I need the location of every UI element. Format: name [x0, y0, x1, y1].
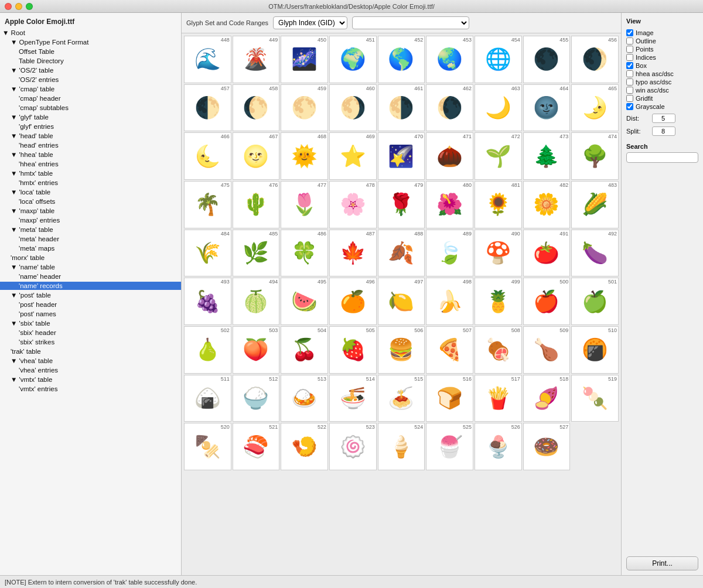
glyph-cell[interactable]: 516🍞 [426, 375, 473, 422]
glyph-cell[interactable]: 476🌵 [233, 181, 280, 228]
range-dropdown[interactable] [352, 16, 469, 29]
sidebar-item-metaheader[interactable]: 'meta' header [0, 234, 181, 244]
glyph-cell[interactable]: 469⭐ [329, 132, 377, 180]
sidebar-item-locaoffsets[interactable]: 'loca' offsets [0, 197, 181, 206]
glyph-cell[interactable]: 520🍢 [184, 423, 231, 470]
close-button[interactable] [5, 3, 12, 10]
checkbox-indices[interactable] [626, 54, 633, 61]
dist-input[interactable] [652, 114, 675, 123]
sidebar-item-tabledirectory[interactable]: Table Directory [0, 56, 181, 66]
glyph-cell[interactable]: 456🌒 [571, 36, 619, 83]
glyph-cell[interactable]: 455🌑 [523, 36, 571, 83]
glyph-cell[interactable]: 483🌽 [571, 181, 619, 228]
sidebar-item-maxptable[interactable]: ▼ 'maxp' table [0, 206, 181, 216]
glyph-cell[interactable]: 505🍓 [329, 326, 377, 374]
checkbox-gridfit[interactable] [626, 95, 633, 102]
glyph-cell[interactable]: 525🍧 [426, 423, 473, 470]
sidebar-item-glyftable[interactable]: ▼ 'glyf' table [0, 112, 181, 122]
checkbox-image[interactable] [626, 29, 633, 36]
sidebar-item-vmtxtable[interactable]: ▼ 'vmtx' table [0, 375, 181, 384]
sidebar-item-hmtxtable[interactable]: ▼ 'hmtx' table [0, 169, 181, 178]
glyph-cell[interactable]: 451🌍 [329, 36, 377, 83]
glyph-cell[interactable]: 491🍅 [523, 230, 571, 277]
glyph-cell[interactable]: 512🍚 [233, 375, 280, 422]
glyph-cell[interactable]: 522🍤 [281, 423, 328, 470]
glyph-cell[interactable]: 479🌹 [378, 181, 425, 228]
sidebar-item-glyfentries[interactable]: 'glyf' entries [0, 122, 181, 131]
sidebar-item-hmtxentries[interactable]: 'hmtx' entries [0, 178, 181, 187]
glyph-cell[interactable]: 475🌴 [184, 181, 231, 228]
glyph-cell[interactable]: 448🌊 [184, 36, 231, 83]
glyph-cell[interactable]: 471🌰 [426, 132, 473, 180]
glyph-cell[interactable]: 494🍈 [233, 278, 280, 325]
glyph-cell[interactable]: 449🌋 [233, 36, 280, 83]
glyph-cell[interactable]: 527🍩 [523, 423, 571, 470]
sidebar-item-metamaps[interactable]: 'meta' maps [0, 244, 181, 253]
sidebar-item-vmtxentries[interactable]: 'vmtx' entries [0, 384, 181, 394]
glyph-cell[interactable]: 490🍄 [475, 230, 522, 277]
glyph-cell[interactable]: 526🍨 [475, 423, 522, 470]
glyph-cell[interactable]: 513🍛 [281, 375, 328, 422]
maximize-button[interactable] [26, 3, 33, 10]
sidebar-item-opentype[interactable]: ▼ OpenType Font Format [0, 37, 181, 47]
glyph-cell[interactable]: 495🍉 [281, 278, 328, 325]
glyph-cell[interactable]: 517🍟 [475, 375, 522, 422]
sidebar-item-sbixtable[interactable]: ▼ 'sbix' table [0, 319, 181, 328]
sidebar-item-vheatable[interactable]: ▼ 'vhea' table [0, 356, 181, 365]
glyph-cell[interactable]: 486🍀 [281, 230, 328, 277]
glyph-cell[interactable]: 502🍐 [184, 326, 231, 374]
glyph-cell[interactable]: 488🍂 [378, 230, 425, 277]
glyph-cell[interactable]: 508🍖 [475, 326, 522, 374]
glyph-cell[interactable]: 457🌓 [184, 84, 231, 132]
sidebar-item-vheaentries[interactable]: 'vhea' entries [0, 365, 181, 375]
glyph-cell[interactable]: 473🌲 [523, 132, 571, 180]
glyph-cell[interactable]: 482🌼 [523, 181, 571, 228]
checkbox-typo[interactable] [626, 78, 633, 86]
sidebar-item-os2table[interactable]: ▼ 'OS/2' table [0, 66, 181, 75]
sidebar-item-offset[interactable]: Offset Table [0, 47, 181, 56]
glyph-cell[interactable]: 452🌎 [378, 36, 425, 83]
glyph-cell[interactable]: 507🍕 [426, 326, 473, 374]
split-input[interactable] [652, 127, 675, 136]
glyph-cell[interactable]: 474🌳 [571, 132, 619, 180]
sidebar-item-headtable[interactable]: ▼ 'head' table [0, 131, 181, 141]
sidebar-item-nameheader[interactable]: 'name' header [0, 272, 181, 281]
checkbox-outline[interactable] [626, 37, 633, 45]
glyph-cell[interactable]: 458🌔 [233, 84, 280, 132]
glyph-cell[interactable]: 485🌿 [233, 230, 280, 277]
glyph-cell[interactable]: 470🌠 [378, 132, 425, 180]
sidebar-item-cmapheader[interactable]: 'cmap' header [0, 94, 181, 103]
glyph-cell[interactable]: 460🌖 [329, 84, 377, 132]
glyph-cell[interactable]: 487🍁 [329, 230, 377, 277]
checkbox-grayscale[interactable] [626, 103, 633, 110]
glyph-cell[interactable]: 464🌚 [523, 84, 571, 132]
glyph-cell[interactable]: 501🍏 [571, 278, 619, 325]
sidebar-item-locatable[interactable]: ▼ 'loca' table [0, 187, 181, 197]
glyph-cell[interactable]: 480🌺 [426, 181, 473, 228]
glyph-index-dropdown[interactable]: Glyph Index (GID) Unicode Adobe Glyph Li… [273, 16, 347, 29]
glyph-cell[interactable]: 514🍜 [329, 375, 377, 422]
sidebar-item-headentries[interactable]: 'head' entries [0, 141, 181, 150]
glyph-cell[interactable]: 510🍘 [571, 326, 619, 374]
minimize-button[interactable] [15, 3, 22, 10]
glyph-cell[interactable]: 518🍠 [523, 375, 571, 422]
glyph-cell[interactable]: 493🍇 [184, 278, 231, 325]
sidebar-item-cmapsubtables[interactable]: 'cmap' subtables [0, 103, 181, 112]
glyph-cell[interactable]: 453🌏 [426, 36, 473, 83]
glyph-cell[interactable]: 523🍥 [329, 423, 377, 470]
glyph-cell[interactable]: 467🌝 [233, 132, 280, 180]
sidebar-item-hheatable[interactable]: ▼ 'hhea' table [0, 150, 181, 159]
glyph-cell[interactable]: 477🌷 [281, 181, 328, 228]
search-input[interactable] [626, 152, 698, 163]
glyph-cell[interactable]: 462🌘 [426, 84, 473, 132]
glyph-cell[interactable]: 450🌌 [281, 36, 328, 83]
glyph-cell[interactable]: 496🍊 [329, 278, 377, 325]
glyph-cell[interactable]: 468🌞 [281, 132, 328, 180]
print-button[interactable]: Print... [626, 556, 698, 570]
sidebar-item-sbixheader[interactable]: 'sbix' header [0, 328, 181, 337]
glyph-cell[interactable]: 506🍔 [378, 326, 425, 374]
glyph-cell[interactable]: 466🌜 [184, 132, 231, 180]
glyph-cell[interactable]: 511🍙 [184, 375, 231, 422]
glyph-cell[interactable]: 459🌕 [281, 84, 328, 132]
glyph-cell[interactable]: 481🌻 [475, 181, 522, 228]
